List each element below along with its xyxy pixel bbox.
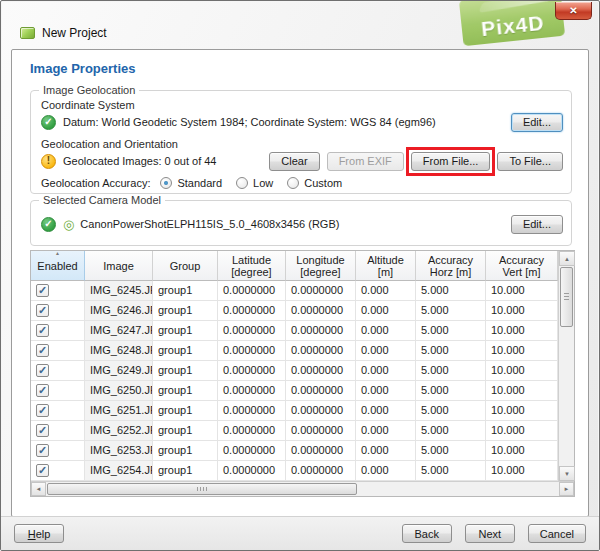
column-header-longitude[interactable]: Longitude [degree] — [286, 251, 356, 281]
cell-altitude[interactable]: 0.000 — [356, 461, 416, 481]
cell-accuracy-vert[interactable]: 10.000 — [486, 421, 558, 441]
column-header-enabled[interactable]: ▲ Enabled — [31, 251, 85, 281]
cell-accuracy-vert[interactable]: 10.000 — [486, 381, 558, 401]
coordinate-system-edit-button[interactable]: Edit... — [511, 113, 563, 132]
cell-accuracy-vert[interactable]: 10.000 — [486, 461, 558, 481]
cell-accuracy-vert[interactable]: 10.000 — [486, 341, 558, 361]
cell-accuracy-horz[interactable]: 5.000 — [416, 381, 486, 401]
cell-altitude[interactable]: 0.000 — [356, 381, 416, 401]
cell-longitude[interactable]: 0.0000000 — [286, 381, 356, 401]
accuracy-option-standard[interactable]: Standard — [160, 177, 222, 189]
column-header-image[interactable]: Image — [85, 251, 153, 281]
cell-altitude[interactable]: 0.000 — [356, 421, 416, 441]
cell-latitude[interactable]: 0.0000000 — [218, 341, 286, 361]
enabled-checkbox[interactable]: ✓ — [36, 304, 49, 317]
cell-accuracy-vert[interactable]: 10.000 — [486, 401, 558, 421]
accuracy-option-low[interactable]: Low — [236, 177, 273, 189]
cancel-button[interactable]: Cancel — [528, 524, 586, 543]
enabled-checkbox[interactable]: ✓ — [36, 404, 49, 417]
cell-image[interactable]: IMG_6248.JPG — [85, 341, 153, 361]
cell-group[interactable]: group1 — [153, 441, 218, 461]
cell-accuracy-horz[interactable]: 5.000 — [416, 321, 486, 341]
cell-image[interactable]: IMG_6252.JPG — [85, 421, 153, 441]
scroll-up-icon[interactable]: ▲ — [559, 251, 575, 266]
cell-altitude[interactable]: 0.000 — [356, 341, 416, 361]
horizontal-scrollbar-thumb[interactable] — [47, 483, 357, 495]
cell-longitude[interactable]: 0.0000000 — [286, 441, 356, 461]
cell-accuracy-horz[interactable]: 5.000 — [416, 401, 486, 421]
cell-latitude[interactable]: 0.0000000 — [218, 361, 286, 381]
cell-group[interactable]: group1 — [153, 281, 218, 301]
cell-accuracy-horz[interactable]: 5.000 — [416, 421, 486, 441]
cell-group[interactable]: group1 — [153, 341, 218, 361]
vertical-scrollbar[interactable]: ▲ ▼ — [558, 251, 574, 481]
cell-longitude[interactable]: 0.0000000 — [286, 301, 356, 321]
cell-longitude[interactable]: 0.0000000 — [286, 281, 356, 301]
cell-latitude[interactable]: 0.0000000 — [218, 461, 286, 481]
cell-longitude[interactable]: 0.0000000 — [286, 361, 356, 381]
help-button[interactable]: Help — [14, 524, 64, 543]
cell-accuracy-horz[interactable]: 5.000 — [416, 461, 486, 481]
cell-accuracy-horz[interactable]: 5.000 — [416, 441, 486, 461]
column-header-altitude[interactable]: Altitude [m] — [356, 251, 416, 281]
cell-latitude[interactable]: 0.0000000 — [218, 421, 286, 441]
accuracy-option-custom[interactable]: Custom — [287, 177, 342, 189]
cell-group[interactable]: group1 — [153, 381, 218, 401]
cell-group[interactable]: group1 — [153, 421, 218, 441]
scroll-left-icon[interactable]: ◄ — [31, 482, 46, 496]
horizontal-scrollbar[interactable]: ◄ ► — [31, 481, 574, 496]
cell-altitude[interactable]: 0.000 — [356, 361, 416, 381]
vertical-scrollbar-thumb[interactable] — [560, 267, 573, 327]
cell-accuracy-horz[interactable]: 5.000 — [416, 281, 486, 301]
cell-group[interactable]: group1 — [153, 461, 218, 481]
to-file-button[interactable]: To File... — [497, 152, 563, 171]
cell-group[interactable]: group1 — [153, 301, 218, 321]
cell-latitude[interactable]: 0.0000000 — [218, 301, 286, 321]
cell-altitude[interactable]: 0.000 — [356, 401, 416, 421]
back-button[interactable]: Back — [402, 524, 452, 543]
cell-altitude[interactable]: 0.000 — [356, 441, 416, 461]
enabled-checkbox[interactable]: ✓ — [36, 344, 49, 357]
next-button[interactable]: Next — [465, 524, 515, 543]
cell-accuracy-vert[interactable]: 10.000 — [486, 281, 558, 301]
cell-accuracy-vert[interactable]: 10.000 — [486, 441, 558, 461]
cell-image[interactable]: IMG_6250.JPG — [85, 381, 153, 401]
close-button[interactable]: ✕ — [555, 2, 592, 20]
cell-latitude[interactable]: 0.0000000 — [218, 281, 286, 301]
enabled-checkbox[interactable]: ✓ — [36, 324, 49, 337]
cell-accuracy-horz[interactable]: 5.000 — [416, 341, 486, 361]
column-header-accuracy-vert[interactable]: Accuracy Vert [m] — [486, 251, 558, 281]
cell-accuracy-vert[interactable]: 10.000 — [486, 361, 558, 381]
column-header-latitude[interactable]: Latitude [degree] — [218, 251, 286, 281]
clear-button[interactable]: Clear — [269, 152, 319, 171]
scroll-right-icon[interactable]: ► — [559, 482, 574, 496]
cell-image[interactable]: IMG_6245.JPG — [85, 281, 153, 301]
enabled-checkbox[interactable]: ✓ — [36, 464, 49, 477]
cell-latitude[interactable]: 0.0000000 — [218, 401, 286, 421]
enabled-checkbox[interactable]: ✓ — [36, 384, 49, 397]
cell-image[interactable]: IMG_6247.JPG — [85, 321, 153, 341]
cell-longitude[interactable]: 0.0000000 — [286, 341, 356, 361]
cell-longitude[interactable]: 0.0000000 — [286, 401, 356, 421]
cell-image[interactable]: IMG_6249.JPG — [85, 361, 153, 381]
cell-group[interactable]: group1 — [153, 361, 218, 381]
camera-model-edit-button[interactable]: Edit... — [511, 215, 563, 234]
cell-accuracy-horz[interactable]: 5.000 — [416, 361, 486, 381]
cell-accuracy-horz[interactable]: 5.000 — [416, 301, 486, 321]
cell-altitude[interactable]: 0.000 — [356, 301, 416, 321]
cell-longitude[interactable]: 0.0000000 — [286, 421, 356, 441]
enabled-checkbox[interactable]: ✓ — [36, 364, 49, 377]
cell-accuracy-vert[interactable]: 10.000 — [486, 321, 558, 341]
from-file-button[interactable]: From File... — [411, 152, 491, 171]
enabled-checkbox[interactable]: ✓ — [36, 444, 49, 457]
cell-image[interactable]: IMG_6251.JPG — [85, 401, 153, 421]
scroll-down-icon[interactable]: ▼ — [559, 466, 575, 481]
cell-group[interactable]: group1 — [153, 321, 218, 341]
cell-group[interactable]: group1 — [153, 401, 218, 421]
cell-latitude[interactable]: 0.0000000 — [218, 381, 286, 401]
cell-longitude[interactable]: 0.0000000 — [286, 321, 356, 341]
cell-altitude[interactable]: 0.000 — [356, 281, 416, 301]
enabled-checkbox[interactable]: ✓ — [36, 284, 49, 297]
cell-latitude[interactable]: 0.0000000 — [218, 321, 286, 341]
cell-image[interactable]: IMG_6246.JPG — [85, 301, 153, 321]
